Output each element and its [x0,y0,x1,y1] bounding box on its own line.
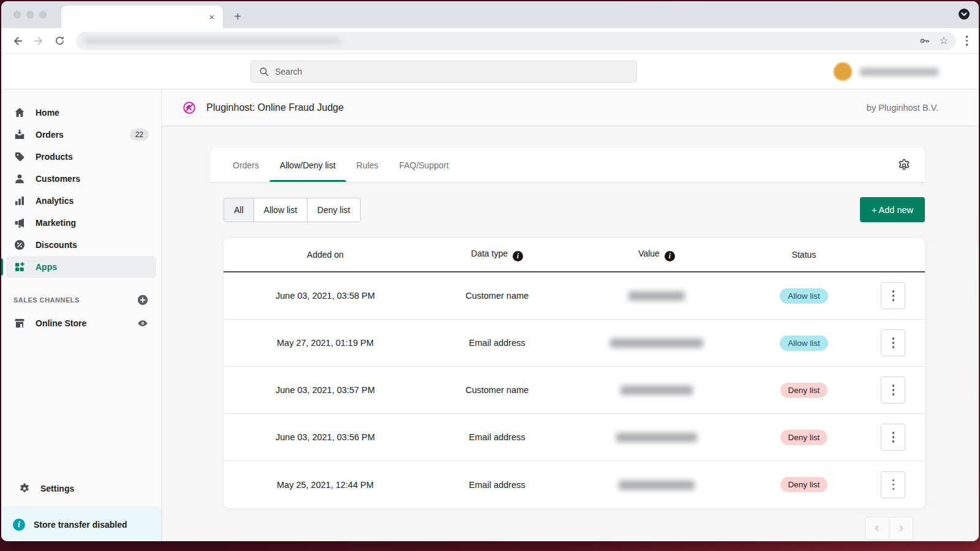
add-sales-channel-button[interactable] [137,294,149,306]
page-content: Orders Allow/Deny list Rules FAQ/Support… [162,126,979,541]
user-menu[interactable] [834,62,938,81]
browser-tab-strip: × + [1,1,979,28]
redacted-user-name [860,68,938,76]
close-tab-icon[interactable]: × [209,12,214,21]
cell-data-type: Email address [427,480,567,490]
bookmark-star-icon[interactable]: ☆ [939,36,948,46]
password-key-icon[interactable] [919,35,930,47]
new-tab-button[interactable]: + [229,8,246,25]
eye-icon [137,317,149,329]
cell-status: Allow list [746,335,862,351]
table-row: May 27, 2021, 01:19 PM Email address All… [224,320,925,367]
gear-icon [897,159,911,172]
search-input[interactable] [275,67,629,77]
cell-status: Deny list [746,383,862,398]
sidebar: Home Orders 22 Products [1,89,162,541]
window-close-button[interactable] [13,11,21,18]
row-menu-button[interactable] [881,424,905,451]
browser-window: × + [1,1,979,541]
tab-allow-deny-list[interactable]: Allow/Deny list [270,148,346,182]
cell-status: Deny list [746,430,862,445]
redacted-value [628,291,685,301]
cell-actions [862,329,925,356]
view-store-button[interactable] [137,317,149,329]
cell-data-type: Email address [427,338,567,348]
status-badge: Allow list [780,335,828,351]
orders-icon [13,129,26,141]
cell-added-on: May 25, 2021, 12:44 PM [224,480,427,490]
cell-value [567,291,746,301]
cell-added-on: June 03, 2021, 03:58 PM [224,291,427,301]
sidebar-item-discounts[interactable]: Discounts [6,234,156,256]
sidebar-item-analytics[interactable]: Analytics [6,190,156,212]
sidebar-item-apps[interactable]: Apps [6,256,156,278]
cell-data-type: Email address [427,432,567,442]
value-info-icon[interactable] [665,251,675,261]
filter-all-button[interactable]: All [224,198,254,222]
forward-button[interactable] [29,32,48,50]
list-filter-segmented-control: All Allow list Deny list [224,198,361,222]
sidebar-item-online-store[interactable]: Online Store [6,312,156,334]
add-new-button[interactable]: + Add new [860,197,925,222]
window-controls[interactable] [13,11,47,18]
cell-data-type: Customer name [427,291,567,301]
page-title: Pluginhost: Online Fraud Judge [206,102,344,113]
browser-update-chevron-button[interactable] [958,8,970,23]
cell-value [567,385,746,395]
cell-actions [862,377,925,403]
cell-status: Allow list [746,288,862,304]
status-badge: Deny list [780,430,828,445]
redacted-value [610,339,703,348]
tab-orders[interactable]: Orders [222,148,270,182]
sidebar-item-settings[interactable]: Settings [11,478,151,500]
pagination-next-button[interactable] [889,517,913,540]
sidebar-item-customers[interactable]: Customers [6,168,156,190]
status-badge: Deny list [780,477,828,492]
row-menu-button[interactable] [881,377,905,403]
store-transfer-banner[interactable]: Store transfer disabled [1,508,161,541]
cell-added-on: June 03, 2021, 03:56 PM [224,432,427,442]
storefront-icon [13,317,26,329]
column-value: Value [567,249,746,261]
window-minimize-button[interactable] [26,11,34,18]
data-type-info-icon[interactable] [513,251,523,261]
filter-deny-list-button[interactable]: Deny list [307,198,360,222]
redacted-url [83,38,341,44]
row-menu-button[interactable] [881,282,905,309]
back-button[interactable] [9,32,27,50]
allow-deny-table: Added on Data type Value Status June 03,… [224,238,925,508]
column-data-type: Data type [427,249,567,261]
tab-rules[interactable]: Rules [346,148,389,182]
products-tag-icon [13,151,26,163]
reload-button[interactable] [50,32,69,50]
sidebar-item-home[interactable]: Home [6,102,156,124]
app-byline: by Pluginhost B.V. [867,103,938,113]
app-tabs-bar: Orders Allow/Deny list Rules FAQ/Support [211,148,925,182]
redacted-value [619,481,695,490]
sidebar-item-products[interactable]: Products [6,146,156,168]
cell-status: Deny list [746,477,862,492]
info-icon [13,519,25,531]
sidebar-item-marketing[interactable]: Marketing [6,212,156,234]
row-menu-button[interactable] [881,329,905,356]
filter-allow-list-button[interactable]: Allow list [254,198,307,222]
app-settings-button[interactable] [895,156,913,174]
cell-added-on: May 27, 2021, 01:19 PM [224,338,427,348]
table-row: June 03, 2021, 03:57 PM Customer name De… [224,367,925,414]
tab-faq-support[interactable]: FAQ/Support [389,148,459,182]
browser-menu-button[interactable] [966,36,968,46]
global-search[interactable] [251,61,637,83]
sidebar-item-orders[interactable]: Orders 22 [6,124,156,146]
apps-grid-icon [13,261,26,273]
redacted-value [616,433,697,442]
row-menu-button[interactable] [881,471,905,498]
browser-tab[interactable]: × [61,6,223,28]
pagination-previous-button[interactable] [865,517,889,540]
browser-toolbar: ☆ [1,28,979,54]
home-icon [13,107,26,119]
cell-value [567,479,746,490]
app-header: Pluginhost: Online Fraud Judge by Plugin… [162,89,979,126]
window-zoom-button[interactable] [39,11,47,18]
address-bar[interactable]: ☆ [76,32,956,50]
redacted-value [620,386,693,395]
